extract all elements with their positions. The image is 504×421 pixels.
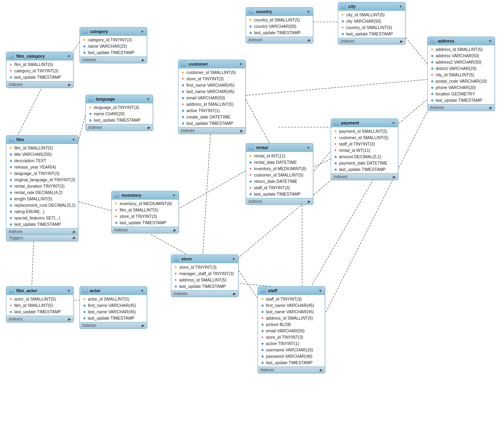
field-text: password VARCHAR(40) [266, 354, 312, 359]
field-row: ★country_id SMALLINT(5) [246, 17, 313, 23]
field-text: language_id TINYINT(3) [94, 105, 139, 110]
field-row: ●film_id SMALLINT(5) [6, 302, 73, 308]
table-dropdown-arrow[interactable]: ▼ [306, 10, 310, 14]
table-dropdown-arrow[interactable]: ▼ [67, 54, 71, 58]
field-text: name VARCHAR(25) [88, 44, 127, 49]
table-footer-indexes[interactable]: Indexes▶ [331, 173, 398, 180]
table-dropdown-arrow[interactable]: ▼ [239, 62, 243, 66]
table-header-actor[interactable]: actor▼ [80, 287, 147, 295]
table-icon [9, 137, 14, 142]
field-text: city_id SMALLINT(5) [436, 72, 474, 77]
table-dropdown-arrow[interactable]: ▼ [67, 289, 71, 293]
field-row: ●category_id TINYINT(3) [6, 68, 73, 74]
field-row: ◆phone VARCHAR(20) [428, 84, 494, 91]
table-header-city[interactable]: city▼ [338, 2, 405, 11]
field-row: ●customer_id SMALLINT(5) [331, 134, 398, 141]
table-rental: rental▼★rental_id INT(11)◆rental_date DA… [246, 143, 313, 205]
footer-expand-arrow[interactable]: ▶ [142, 324, 144, 328]
field-row: ◆email VARCHAR(50) [258, 328, 325, 334]
table-body-rental: ★rental_id INT(11)◆rental_date DATETIME●… [246, 152, 313, 198]
footer-expand-arrow[interactable]: ▶ [173, 228, 176, 232]
table-footer-indexes[interactable]: Indexes▶ [428, 104, 494, 111]
table-staff: staff▼★staff_id TINYINT(3)◆first_name VA… [258, 286, 325, 373]
footer-expand-arrow[interactable]: ▶ [308, 200, 310, 204]
footer-expand-arrow[interactable]: ▶ [489, 106, 492, 110]
table-dropdown-arrow[interactable]: ▼ [232, 257, 236, 261]
footer-expand-arrow[interactable]: ▶ [147, 126, 150, 130]
table-header-rental[interactable]: rental▼ [246, 144, 313, 152]
table-footer-indexes[interactable]: Indexes▶ [338, 38, 405, 44]
table-footer-indexes[interactable]: Indexes▶ [6, 81, 73, 87]
field-icon-diamond: ◆ [9, 184, 13, 188]
footer-expand-arrow[interactable]: ▶ [73, 230, 76, 234]
field-row: ◆first_name VARCHAR(45) [80, 302, 147, 308]
table-title: language [96, 97, 144, 101]
table-footer-indexes[interactable]: Indexes▶ [112, 227, 178, 233]
footer-expand-arrow[interactable]: ▶ [68, 83, 71, 87]
footer-expand-arrow[interactable]: ▶ [142, 58, 144, 62]
table-header-country[interactable]: country▼ [246, 8, 313, 16]
field-row: ★store_id TINYINT(3) [171, 264, 238, 270]
table-header-address[interactable]: address▼ [428, 37, 494, 45]
table-header-staff[interactable]: staff▼ [258, 287, 325, 295]
table-header-film_actor[interactable]: film_actor▼ [6, 287, 73, 295]
table-footer-indexes[interactable]: Indexes▶ [246, 198, 313, 204]
footer-expand-arrow[interactable]: ▶ [233, 292, 236, 296]
field-text: last_update TIMESTAMP [88, 50, 135, 55]
table-footer-indexes[interactable]: Indexes▶ [6, 316, 73, 322]
footer-expand-arrow[interactable]: ▶ [400, 39, 403, 43]
footer-label: Indexes [260, 368, 274, 372]
table-footer-indexes[interactable]: Indexes▶ [171, 290, 238, 297]
footer-expand-arrow[interactable]: ▶ [393, 175, 395, 179]
table-dropdown-arrow[interactable]: ▼ [146, 97, 150, 101]
table-footer-indexes[interactable]: Indexes▶ [80, 56, 147, 63]
table-header-film_category[interactable]: film_category▼ [6, 52, 73, 60]
footer-expand-arrow[interactable]: ▶ [240, 129, 243, 133]
table-dropdown-arrow[interactable]: ▼ [140, 29, 144, 34]
field-row: ★customer_id SMALLINT(5) [178, 69, 245, 76]
table-footer-indexes[interactable]: Indexes▶ [80, 322, 147, 328]
table-header-payment[interactable]: payment▼ [331, 119, 398, 127]
table-footer-triggers[interactable]: Triggers▶ [6, 235, 78, 241]
table-footer-indexes[interactable]: Indexes▶ [86, 124, 153, 130]
table-dropdown-arrow[interactable]: ▼ [72, 138, 76, 142]
table-footer-indexes[interactable]: Indexes▶ [6, 228, 78, 235]
table-body-payment: ★payment_id SMALLINT(5)●customer_id SMAL… [331, 127, 398, 173]
table-dropdown-arrow[interactable]: ▼ [140, 289, 144, 293]
table-dropdown-arrow[interactable]: ▼ [488, 39, 492, 43]
table-dropdown-arrow[interactable]: ▼ [172, 193, 176, 198]
table-header-inventory[interactable]: inventory▼ [112, 191, 178, 200]
table-header-category[interactable]: category▼ [80, 27, 147, 36]
table-icon [88, 96, 94, 102]
table-dropdown-arrow[interactable]: ▼ [306, 146, 310, 150]
table-header-language[interactable]: language▼ [86, 95, 153, 103]
table-dropdown-arrow[interactable]: ▼ [318, 289, 322, 293]
table-footer-indexes[interactable]: Indexes▶ [178, 127, 245, 134]
table-dropdown-arrow[interactable]: ▼ [392, 121, 395, 125]
field-text: rental_duration TINYINT(3) [14, 184, 64, 188]
field-icon-fk: ● [174, 278, 178, 282]
field-icon-diamond: ◆ [341, 32, 345, 36]
field-text: last_update TIMESTAMP [179, 284, 226, 289]
field-row: ◆replacement_cost DECIMAL(5,2) [6, 202, 78, 208]
field-icon-diamond: ◆ [181, 96, 185, 100]
footer-expand-arrow[interactable]: ▶ [320, 368, 322, 372]
field-row: ●language_id TINYINT(3) [6, 170, 78, 177]
footer-expand-arrow[interactable]: ▶ [73, 236, 76, 240]
footer-expand-arrow[interactable]: ▶ [308, 38, 310, 42]
table-inventory: inventory▼★inventory_id MEDIUMINT(8)●fil… [111, 191, 179, 233]
field-icon-key: ★ [82, 38, 86, 42]
table-dropdown-arrow[interactable]: ▼ [399, 4, 403, 9]
table-footer-indexes[interactable]: Indexes▶ [246, 37, 313, 43]
field-icon-diamond: ◆ [181, 109, 185, 113]
footer-label: Indexes [248, 38, 262, 42]
field-text: category_id TINYINT(3) [14, 68, 58, 73]
table-footer-indexes[interactable]: Indexes▶ [258, 367, 325, 373]
field-row: ●store_id TINYINT(3) [258, 334, 325, 340]
table-icon [248, 9, 254, 14]
field-text: address_id SMALLINT(5) [179, 277, 226, 282]
footer-expand-arrow[interactable]: ▶ [68, 317, 71, 321]
table-header-customer[interactable]: customer▼ [178, 60, 245, 68]
table-header-store[interactable]: store▼ [171, 255, 238, 263]
table-header-film[interactable]: film▼ [6, 136, 78, 144]
